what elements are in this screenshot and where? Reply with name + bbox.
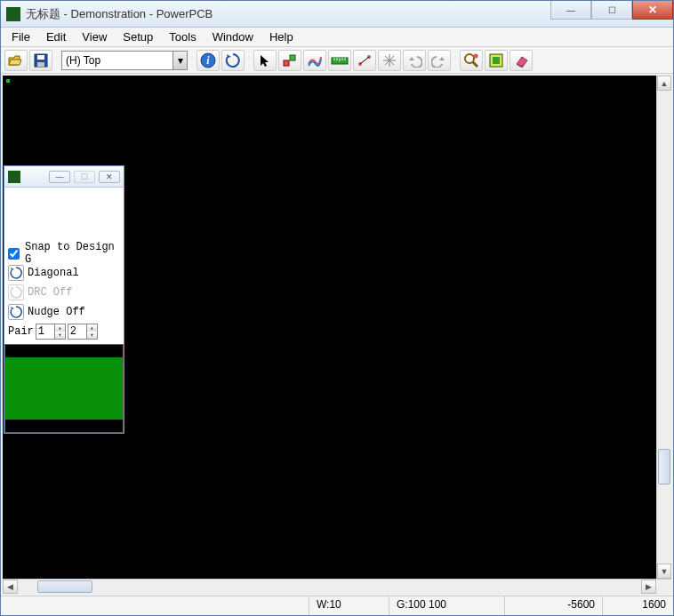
- status-grid: G:100 100: [389, 596, 504, 615]
- snap-row: Snap to Design G: [8, 244, 120, 262]
- center-button[interactable]: [378, 50, 401, 71]
- tool-window-minimize[interactable]: —: [49, 171, 70, 183]
- pair1-spinner[interactable]: ▴▾: [36, 324, 66, 340]
- titlebar[interactable]: 无标题 - Demonstration - PowerPCB: [1, 1, 673, 28]
- svg-rect-6: [290, 55, 295, 60]
- layer-dropdown[interactable]: (H) Top ▾: [61, 51, 188, 70]
- cycle-icon: [8, 284, 24, 300]
- refresh-button[interactable]: [221, 50, 245, 71]
- info-icon: i: [200, 52, 216, 68]
- pick-button[interactable]: [278, 50, 301, 71]
- spin-down-icon[interactable]: ▾: [86, 332, 97, 339]
- minimize-button[interactable]: [550, 1, 591, 20]
- tool-window-maximize[interactable]: ☐: [74, 171, 95, 183]
- vertical-scrollbar[interactable]: ▲ ▼: [656, 76, 671, 579]
- pointer-icon: [258, 53, 272, 68]
- pointer-button[interactable]: [253, 50, 277, 71]
- spin-up-icon[interactable]: ▴: [54, 324, 65, 332]
- diagonal-row[interactable]: Diagonal: [8, 264, 120, 282]
- window-controls: [550, 1, 673, 20]
- app-icon: [6, 7, 20, 21]
- nudge-row[interactable]: Nudge Off: [8, 303, 120, 321]
- close-button[interactable]: [632, 1, 673, 20]
- highlight-button[interactable]: [485, 50, 508, 71]
- measure-icon: [331, 54, 349, 67]
- redo-icon: [431, 53, 447, 68]
- spin-up-icon[interactable]: ▴: [86, 324, 97, 332]
- save-icon: [34, 53, 48, 68]
- status-bar: W:10 G:100 100 -5600 1600: [1, 596, 673, 615]
- menu-edit[interactable]: Edit: [39, 28, 73, 45]
- status-y: 1600: [602, 596, 673, 615]
- pair-label: Pair: [8, 325, 34, 338]
- route-icon: [307, 53, 323, 68]
- undo-icon: [406, 53, 422, 68]
- drc-row: DRC Off: [8, 284, 120, 301]
- menu-help[interactable]: Help: [262, 28, 301, 45]
- svg-rect-2: [37, 62, 44, 67]
- redo-button[interactable]: [428, 50, 451, 71]
- status-empty: [1, 596, 309, 615]
- status-width: W:10: [309, 596, 389, 615]
- svg-point-13: [474, 53, 478, 58]
- route-button[interactable]: [303, 50, 326, 71]
- undo-button[interactable]: [403, 50, 426, 71]
- tool-window-icon: [8, 171, 20, 183]
- scroll-left-icon[interactable]: ◀: [3, 580, 18, 594]
- scroll-down-icon[interactable]: ▼: [657, 564, 671, 579]
- tool-palette-window[interactable]: — ☐ ✕ Snap to Design G Diagonal DRC Off: [4, 165, 124, 434]
- snap-checkbox[interactable]: [8, 248, 20, 260]
- app-window: 无标题 - Demonstration - PowerPCB File Edit…: [0, 0, 674, 616]
- status-x: -5600: [504, 596, 602, 615]
- dimension-button[interactable]: [353, 50, 376, 71]
- info-button[interactable]: i: [197, 50, 220, 71]
- svg-line-10: [360, 57, 369, 64]
- spin-down-icon[interactable]: ▾: [54, 332, 65, 339]
- layer-preview: [4, 344, 124, 433]
- tool-window-close[interactable]: ✕: [99, 171, 120, 183]
- menu-tools[interactable]: Tools: [162, 28, 203, 45]
- svg-point-11: [465, 54, 474, 63]
- snap-label: Snap to Design G: [25, 241, 120, 266]
- svg-rect-1: [37, 55, 44, 60]
- scroll-thumb[interactable]: [37, 580, 92, 593]
- highlight-icon: [488, 52, 504, 68]
- scroll-up-icon[interactable]: ▲: [657, 76, 671, 91]
- menu-window[interactable]: Window: [205, 28, 261, 45]
- zoom-button[interactable]: [460, 50, 483, 71]
- svg-line-12: [473, 62, 477, 67]
- maximize-button[interactable]: [591, 1, 632, 20]
- scroll-right-icon[interactable]: ▶: [641, 580, 656, 594]
- pair2-input[interactable]: [68, 325, 86, 338]
- svg-rect-5: [284, 60, 289, 66]
- menu-file[interactable]: File: [4, 28, 37, 45]
- menubar: File Edit View Setup Tools Window Help: [1, 28, 673, 47]
- eraser-icon: [513, 53, 529, 68]
- menu-view[interactable]: View: [75, 28, 114, 45]
- menu-setup[interactable]: Setup: [116, 28, 160, 45]
- measure-button[interactable]: [328, 50, 351, 71]
- origin-marker: [6, 79, 10, 83]
- diagonal-label: Diagonal: [28, 267, 79, 279]
- zoom-icon: [463, 52, 479, 68]
- scroll-thumb[interactable]: [658, 449, 670, 484]
- drc-label: DRC Off: [28, 286, 72, 299]
- refresh-icon: [225, 52, 241, 68]
- tool-window-titlebar[interactable]: — ☐ ✕: [4, 166, 124, 188]
- pick-icon: [282, 53, 298, 68]
- horizontal-scrollbar[interactable]: ◀ ▶: [3, 579, 671, 594]
- window-title: 无标题 - Demonstration - PowerPCB: [26, 6, 213, 22]
- cycle-icon: [8, 265, 24, 281]
- cycle-icon: [8, 304, 24, 320]
- pair-row: Pair ▴▾ ▴▾: [8, 323, 120, 340]
- center-icon: [381, 52, 397, 68]
- open-button[interactable]: [4, 50, 28, 71]
- save-button[interactable]: [29, 50, 52, 71]
- pair2-spinner[interactable]: ▴▾: [68, 324, 98, 340]
- layer-swatch: [5, 357, 123, 420]
- scroll-corner: [656, 580, 671, 594]
- pair1-input[interactable]: [36, 325, 54, 338]
- nudge-label: Nudge Off: [28, 306, 85, 318]
- toolbar: (H) Top ▾ i: [1, 47, 673, 74]
- eraser-button[interactable]: [510, 50, 533, 71]
